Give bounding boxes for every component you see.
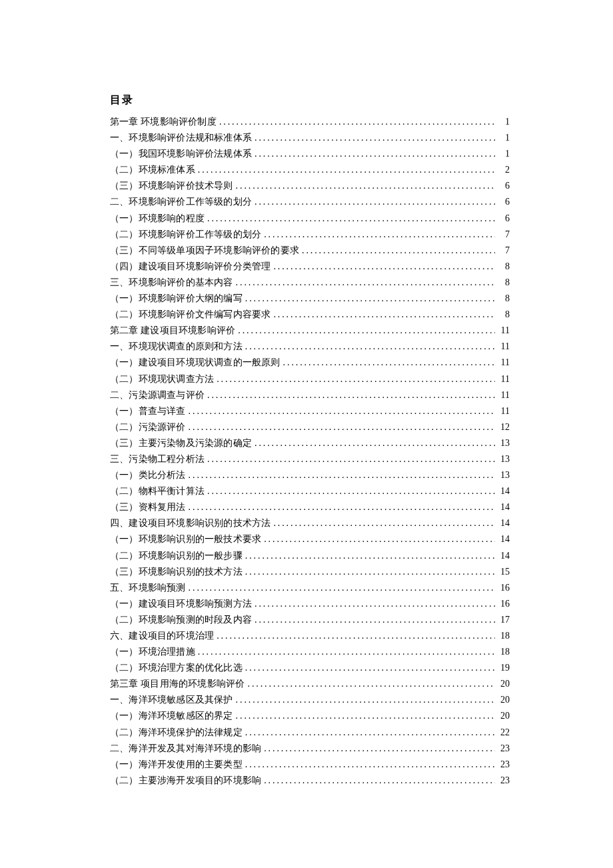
toc-entry-text: （三）主要污染物及污染源的确定 xyxy=(110,435,252,451)
toc-entry-text: 第三章 项目用海的环境影响评价 xyxy=(110,676,245,692)
toc-entry-page: 23 xyxy=(495,773,510,789)
toc-entry-text: 第二章 建设项目环境影响评价 xyxy=(110,323,235,339)
toc-entry-page: 11 xyxy=(495,387,510,403)
toc-entry: 一、环境影响评价法规和标准体系1 xyxy=(110,130,510,146)
toc-leader-dots xyxy=(281,355,495,371)
toc-entry: （二）环境影响识别的一般步骤14 xyxy=(110,548,510,564)
toc-leader-dots xyxy=(243,725,495,741)
toc-leader-dots xyxy=(261,531,495,547)
toc-entry-text: （三）资料复用法 xyxy=(110,499,186,515)
toc-entry: （三）主要污染物及污染源的确定13 xyxy=(110,435,510,451)
toc-entry: 四、建设项目环境影响识别的技术方法14 xyxy=(110,515,510,531)
toc-entry-page: 20 xyxy=(495,692,510,708)
toc-entry: （一）环境影响评价大纲的编写8 xyxy=(110,291,510,307)
toc-entry: （三）不同等级单项因子环境影响评价的要求7 xyxy=(110,243,510,259)
toc-entry: （二）环境影响评价工作等级的划分7 xyxy=(110,227,510,243)
toc-leader-dots xyxy=(252,612,495,628)
toc-leader-dots xyxy=(252,194,495,210)
toc-entry-page: 22 xyxy=(495,725,510,741)
toc-entry-text: （一）环境影响评价大纲的编写 xyxy=(110,291,243,307)
toc-leader-dots xyxy=(186,403,495,419)
toc-leader-dots xyxy=(195,644,495,660)
toc-entry-text: 第一章 环境影响评价制度 xyxy=(110,114,217,130)
toc-entry-page: 14 xyxy=(495,531,510,547)
toc-leader-dots xyxy=(243,339,495,355)
toc-entry-page: 15 xyxy=(495,564,510,580)
toc-entry: （一）普查与详查11 xyxy=(110,403,510,419)
toc-entry-page: 1 xyxy=(495,130,510,146)
toc-entry-text: （二）环境影响评价文件编写内容要求 xyxy=(110,307,271,323)
toc-entry: 二、环境影响评价工作等级的划分6 xyxy=(110,194,510,210)
toc-entry: （二）主要涉海开发项目的环境影响23 xyxy=(110,773,510,789)
toc-entry: 一、环境现状调查的原则和方法11 xyxy=(110,339,510,355)
toc-leader-dots xyxy=(252,146,495,162)
toc-list: 第一章 环境影响评价制度1一、环境影响评价法规和标准体系1（一）我国环境影响评价… xyxy=(110,114,510,789)
toc-entry: （二）环境治理方案的优化比选19 xyxy=(110,660,510,676)
toc-entry-text: （一）普查与详查 xyxy=(110,403,186,419)
toc-entry: （二）污染源评价12 xyxy=(110,419,510,435)
toc-entry: （一）建设项目环境影响预测方法16 xyxy=(110,596,510,612)
toc-entry: 第一章 环境影响评价制度1 xyxy=(110,114,510,130)
toc-leader-dots xyxy=(233,708,495,724)
toc-entry-page: 6 xyxy=(495,178,510,194)
toc-entry: （四）建设项目环境影响评价分类管理8 xyxy=(110,259,510,275)
toc-entry-page: 13 xyxy=(495,451,510,467)
toc-entry-page: 14 xyxy=(495,483,510,499)
toc-entry-page: 7 xyxy=(495,227,510,243)
toc-leader-dots xyxy=(235,323,495,339)
toc-entry-page: 20 xyxy=(495,708,510,724)
toc-leader-dots xyxy=(195,162,495,178)
toc-entry: 第三章 项目用海的环境影响评价20 xyxy=(110,676,510,692)
toc-entry-text: 四、建设项目环境影响识别的技术方法 xyxy=(110,515,271,531)
toc-leader-dots xyxy=(252,435,495,451)
toc-leader-dots xyxy=(271,259,495,275)
toc-entry: （二）物料平衡计算法14 xyxy=(110,483,510,499)
toc-entry-page: 19 xyxy=(495,660,510,676)
toc-entry: （二）环境现状调查方法11 xyxy=(110,371,510,387)
toc-leader-dots xyxy=(271,307,495,323)
toc-leader-dots xyxy=(243,291,495,307)
toc-entry-page: 8 xyxy=(495,291,510,307)
toc-leader-dots xyxy=(205,483,495,499)
toc-entry-text: 二、海洋开发及其对海洋环境的影响 xyxy=(110,741,261,757)
toc-entry: 二、海洋开发及其对海洋环境的影响23 xyxy=(110,741,510,757)
toc-entry-text: （二）环境治理方案的优化比选 xyxy=(110,660,243,676)
toc-entry: （二）环境影响评价文件编写内容要求8 xyxy=(110,307,510,323)
toc-entry: （一）我国环境影响评价法规体系1 xyxy=(110,146,510,162)
toc-leader-dots xyxy=(252,130,495,146)
toc-leader-dots xyxy=(299,243,495,259)
toc-entry: 一、海洋环境敏感区及其保护20 xyxy=(110,692,510,708)
toc-entry-text: 三、环境影响评价的基本内容 xyxy=(110,275,233,291)
toc-entry-page: 11 xyxy=(495,323,510,339)
toc-leader-dots xyxy=(205,451,495,467)
toc-entry-text: 五、环境影响预测 xyxy=(110,580,186,596)
toc-entry-page: 16 xyxy=(495,596,510,612)
toc-entry-page: 8 xyxy=(495,275,510,291)
toc-entry-text: （二）环境影响预测的时段及内容 xyxy=(110,612,252,628)
toc-entry-text: 六、建设项目的环境治理 xyxy=(110,628,214,644)
toc-entry-page: 13 xyxy=(495,435,510,451)
toc-entry-text: 一、环境现状调查的原则和方法 xyxy=(110,339,243,355)
toc-entry-text: （三）不同等级单项因子环境影响评价的要求 xyxy=(110,243,299,259)
toc-leader-dots xyxy=(214,371,495,387)
toc-entry-text: 一、海洋环境敏感区及其保护 xyxy=(110,692,233,708)
toc-entry-page: 1 xyxy=(495,146,510,162)
toc-entry-text: （四）建设项目环境影响评价分类管理 xyxy=(110,259,271,275)
toc-entry-text: （二）主要涉海开发项目的环境影响 xyxy=(110,773,261,789)
toc-leader-dots xyxy=(205,387,495,403)
toc-entry-page: 8 xyxy=(495,307,510,323)
toc-entry-page: 11 xyxy=(495,403,510,419)
toc-entry-page: 8 xyxy=(495,259,510,275)
toc-entry-page: 20 xyxy=(495,676,510,692)
toc-entry-page: 11 xyxy=(495,339,510,355)
toc-leader-dots xyxy=(233,275,495,291)
toc-entry-page: 18 xyxy=(495,644,510,660)
toc-leader-dots xyxy=(214,628,495,644)
toc-entry: （二）环境标准体系2 xyxy=(110,162,510,178)
toc-entry: （一）环境治理措施18 xyxy=(110,644,510,660)
toc-entry-text: （二）环境现状调查方法 xyxy=(110,371,214,387)
toc-entry: （二）环境影响预测的时段及内容17 xyxy=(110,612,510,628)
toc-entry-text: （二）海洋环境保护的法律规定 xyxy=(110,725,243,741)
toc-entry-page: 7 xyxy=(495,243,510,259)
toc-entry-page: 12 xyxy=(495,419,510,435)
